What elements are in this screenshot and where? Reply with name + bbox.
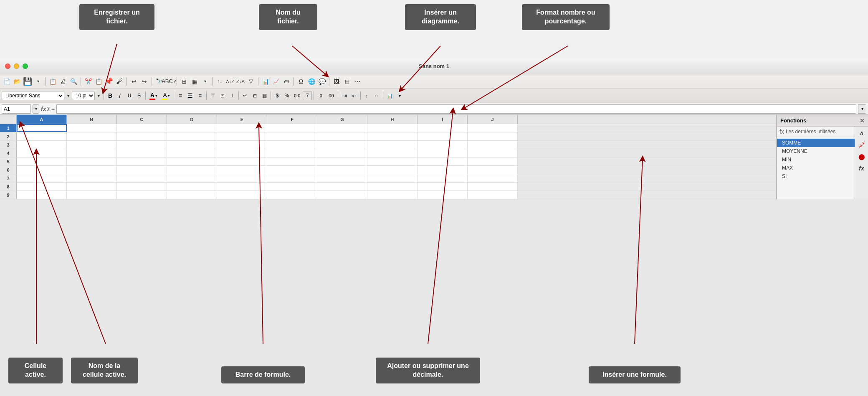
cell-d4[interactable]	[167, 149, 217, 157]
cell-a9[interactable]	[17, 191, 67, 199]
equals-icon[interactable]: =	[51, 106, 55, 112]
chart-bar-icon[interactable]: 📊	[261, 76, 271, 86]
function-item-max[interactable]: MAX	[777, 164, 855, 172]
cell-h8[interactable]	[367, 183, 418, 190]
cell-c4[interactable]	[117, 149, 167, 157]
cell-b4[interactable]	[67, 149, 117, 157]
increase-indent-button[interactable]: ⇥	[340, 91, 349, 100]
cell-j7[interactable]	[468, 174, 518, 182]
conditional-format-button[interactable]: 📊	[385, 91, 395, 100]
dropdown2-icon[interactable]: ▾	[200, 76, 210, 86]
chart-more-icon[interactable]: 🗃	[281, 76, 291, 86]
save-icon[interactable]: 💾	[23, 76, 33, 86]
panel-close-button[interactable]: ✕	[860, 117, 865, 124]
cell-e1[interactable]	[217, 124, 267, 132]
align-left-button[interactable]: ≡	[176, 91, 185, 100]
col-header-h[interactable]: H	[367, 115, 418, 124]
cell-c9[interactable]	[117, 191, 167, 199]
merge-cells-button[interactable]: ⊞	[250, 91, 259, 100]
cell-d6[interactable]	[167, 166, 217, 174]
cell-d1[interactable]	[167, 124, 217, 132]
cell-a6[interactable]	[17, 166, 67, 174]
cell-e3[interactable]	[217, 141, 267, 149]
cell-f5[interactable]	[267, 157, 317, 165]
cell-e6[interactable]	[217, 166, 267, 174]
cell-i9[interactable]	[418, 191, 468, 199]
cell-g8[interactable]	[317, 183, 367, 190]
align-center-button[interactable]: ☰	[185, 91, 195, 100]
cell-h6[interactable]	[367, 166, 418, 174]
cell-b2[interactable]	[67, 132, 117, 140]
cell-a3[interactable]	[17, 141, 67, 149]
col-header-c[interactable]: C	[117, 115, 167, 124]
borders-button[interactable]: ▦	[260, 91, 269, 100]
paste-icon[interactable]: 📌	[104, 76, 114, 86]
insert-comment-icon[interactable]: 💬	[317, 76, 327, 86]
cell-b5[interactable]	[67, 157, 117, 165]
align-top-button[interactable]: ⊤	[208, 91, 218, 100]
cell-j9[interactable]	[468, 191, 518, 199]
sigma-icon[interactable]: Σ	[47, 106, 51, 112]
cell-e8[interactable]	[217, 183, 267, 190]
function-item-moyenne[interactable]: MOYENNE	[777, 147, 855, 155]
panel-icon-2[interactable]: 🖊	[857, 140, 867, 150]
col-header-d[interactable]: D	[167, 115, 217, 124]
cell-h5[interactable]	[367, 157, 418, 165]
cell-c2[interactable]	[117, 132, 167, 140]
cell-b8[interactable]	[67, 183, 117, 190]
cell-b3[interactable]	[67, 141, 117, 149]
cell-a8[interactable]	[17, 183, 67, 190]
cell-d3[interactable]	[167, 141, 217, 149]
number-format-button[interactable]: $	[273, 91, 282, 100]
grid-icon[interactable]: ⊞	[179, 76, 189, 86]
filter-icon[interactable]: ▽	[246, 76, 256, 86]
col-header-e[interactable]: E	[217, 115, 267, 124]
clone-format-icon[interactable]: 🖌	[114, 76, 124, 86]
cell-c8[interactable]	[117, 183, 167, 190]
fx-icon[interactable]: fx	[41, 106, 46, 112]
col-header-i[interactable]: I	[418, 115, 468, 124]
add-decimal-button[interactable]: .0	[316, 91, 325, 100]
col-width-button[interactable]: ↔	[372, 91, 381, 100]
cell-d8[interactable]	[167, 183, 217, 190]
cell-f6[interactable]	[267, 166, 317, 174]
cell-d5[interactable]	[167, 157, 217, 165]
cell-f4[interactable]	[267, 149, 317, 157]
col-header-b[interactable]: B	[67, 115, 117, 124]
align-middle-button[interactable]: ⊡	[218, 91, 227, 100]
cell-j8[interactable]	[468, 183, 518, 190]
row-height-button[interactable]: ↕	[362, 91, 372, 100]
cell-g5[interactable]	[317, 157, 367, 165]
cell-g3[interactable]	[317, 141, 367, 149]
cell-e5[interactable]	[217, 157, 267, 165]
insert-link-icon[interactable]: 🌐	[306, 76, 316, 86]
font-size-dropdown[interactable]: ▾	[95, 91, 102, 101]
cell-c1[interactable]	[117, 124, 167, 132]
function-item-min[interactable]: MIN	[777, 155, 855, 164]
close-button[interactable]	[5, 63, 10, 69]
cell-d2[interactable]	[167, 132, 217, 140]
cell-i8[interactable]	[418, 183, 468, 190]
col-header-g[interactable]: G	[317, 115, 367, 124]
cell-b9[interactable]	[67, 191, 117, 199]
align-right-button[interactable]: ≡	[195, 91, 205, 100]
cell-h9[interactable]	[367, 191, 418, 199]
cell-f1[interactable]	[267, 124, 317, 132]
more-icon[interactable]: ⋯	[352, 76, 362, 86]
col-header-j[interactable]: J	[468, 115, 518, 124]
cell-i7[interactable]	[418, 174, 468, 182]
cell-e7[interactable]	[217, 174, 267, 182]
font-name-select[interactable]: Liberation Sans	[2, 91, 64, 100]
cell-f2[interactable]	[267, 132, 317, 140]
cell-h2[interactable]	[367, 132, 418, 140]
cell-h3[interactable]	[367, 141, 418, 149]
dropdown-icon[interactable]: ▾	[33, 76, 43, 86]
cell-e4[interactable]	[217, 149, 267, 157]
function-item-si[interactable]: SI	[777, 172, 855, 180]
cell-a7[interactable]	[17, 174, 67, 182]
insert-table-icon[interactable]: ▦	[190, 76, 200, 86]
cell-f3[interactable]	[267, 141, 317, 149]
wrap-text-button[interactable]: ↵	[240, 91, 250, 100]
cell-g2[interactable]	[317, 132, 367, 140]
cell-reference-box[interactable]: A1	[2, 104, 31, 114]
